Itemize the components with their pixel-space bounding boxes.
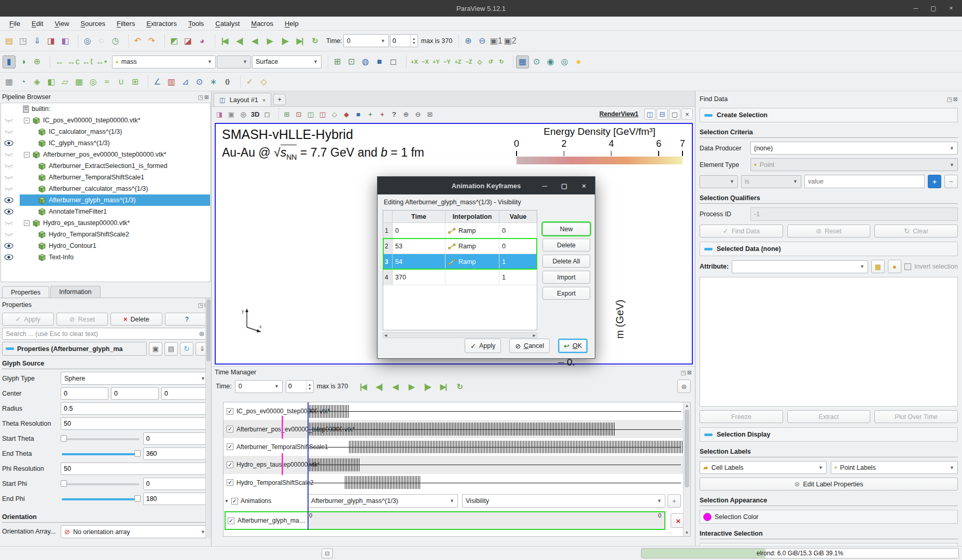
eye-open-icon[interactable]	[1, 254, 17, 260]
split-vertical-icon[interactable]: ⊟	[657, 108, 668, 120]
select-cells-on-icon[interactable]: ⊞	[281, 108, 292, 120]
tm-first-frame-button[interactable]: |◀	[356, 380, 369, 393]
tab-information[interactable]: Information	[50, 286, 101, 298]
panel-splitter[interactable]	[0, 282, 211, 286]
animation-track-row[interactable]: ✓ Afterburner_glyph_mass^(1/3) - Visibil…	[225, 511, 665, 530]
remove-criteria-button[interactable]: −	[944, 175, 958, 188]
help-button[interactable]: ?	[165, 313, 209, 326]
reset-defaults-icon[interactable]: ↻	[180, 342, 193, 356]
rotate-90-cw-icon[interactable]: ↻	[496, 56, 507, 67]
pipeline-item[interactable]: Text-Info	[1, 251, 210, 263]
play-button[interactable]: ▶	[263, 34, 276, 47]
delete-button[interactable]: ×Delete	[110, 313, 162, 326]
render-view-label[interactable]: RenderView1	[599, 110, 638, 118]
color-legend-toggle-icon[interactable]: ▮	[3, 55, 16, 68]
eye-closed-icon[interactable]	[1, 174, 17, 180]
interactive-select-points-icon[interactable]: +	[377, 108, 388, 120]
properties-group-header[interactable]: Properties (Afterburner_glyph_ma	[2, 342, 147, 356]
contour-filter-icon[interactable]: ◎	[87, 75, 100, 88]
eye-open-icon[interactable]	[1, 208, 17, 215]
time-combo[interactable]: 0▼	[343, 34, 389, 47]
animation-source-combo[interactable]: Afterburner_glyph_mass^(1/3) ▼	[308, 494, 458, 508]
timeline-track[interactable]: ✓Hydro_eps_taustep00000.vtk*	[224, 456, 683, 473]
eye-open-icon[interactable]	[1, 197, 17, 203]
delete-all-keyframe-button[interactable]: Delete All	[542, 255, 590, 268]
previous-frame-button[interactable]: ◀|	[233, 34, 246, 47]
attribute-combo[interactable]: ▼	[732, 260, 868, 273]
float-dock-icon[interactable]: ◳	[946, 96, 952, 103]
select-cells-on-icon[interactable]: ⊞	[331, 55, 344, 68]
copy-properties-icon[interactable]: ▣	[149, 342, 162, 356]
pipeline-item[interactable]: IC_calculator_mass^(1/3)	[1, 126, 210, 137]
next-frame-button[interactable]: |▶	[278, 34, 291, 47]
spinner-arrows[interactable]: ▲▼	[410, 35, 417, 47]
timeline-track[interactable]: ✓Afterburner_TemporalShiftScale1	[224, 438, 683, 456]
expander-icon[interactable]: −	[24, 118, 30, 123]
pipeline-item[interactable]: Afterburner_glyph_mass^(1/3)	[1, 194, 210, 206]
close-view-icon[interactable]: ×	[681, 108, 693, 120]
menu-filters[interactable]: Filters	[111, 18, 140, 29]
timeline-track[interactable]: ✓Afterburner_pos_ev00000_tstep00000.vtk*	[224, 420, 683, 438]
tracks-scrollbar[interactable]: ▲ ▼	[683, 402, 690, 536]
timeline-track[interactable]: ✓Hydro_TemporalShiftScale2	[224, 474, 683, 492]
track-checkbox[interactable]: ✓	[227, 443, 233, 450]
clip-filter-icon[interactable]: ◧	[45, 75, 58, 88]
end-theta-slider[interactable]	[61, 449, 141, 459]
first-frame-button[interactable]: |◀	[218, 34, 231, 47]
paste-properties-icon[interactable]: ▤	[164, 342, 178, 356]
data-producer-combo[interactable]: (none)▼	[750, 142, 958, 155]
scroll-down-icon[interactable]: ▼	[684, 530, 690, 535]
adjust-camera-icon[interactable]: ◎	[238, 108, 249, 120]
eye-closed-icon[interactable]	[1, 231, 17, 237]
zoom-out-camera-icon[interactable]: ⊖	[476, 34, 489, 47]
clear-selection-icon[interactable]: ⊠	[424, 108, 436, 120]
save-screenshot-icon[interactable]: ◨	[45, 34, 58, 47]
start-theta-field[interactable]	[143, 432, 209, 445]
criteria-value-input[interactable]	[804, 175, 925, 188]
save-state-icon[interactable]: ⇓	[31, 34, 44, 47]
plot-over-line-icon[interactable]: ⊿	[179, 75, 192, 88]
pipeline-item[interactable]: Afterburner_ExtractSelection1_is_formed	[1, 160, 210, 172]
orientation-array-combo[interactable]: ⊘ No orientation array ▼	[61, 525, 209, 538]
selected-data-section[interactable]: Selected Data (none)	[700, 242, 958, 256]
expander-icon[interactable]: −	[24, 220, 30, 226]
selection-color-row[interactable]: Selection Color	[700, 510, 958, 524]
center-z-field[interactable]	[161, 387, 209, 400]
select-cells-polygon-icon[interactable]: ◇	[329, 108, 340, 120]
eye-closed-icon[interactable]	[1, 129, 17, 135]
spinner-arrows[interactable]: ▲▼	[306, 381, 313, 393]
animation-track-checkbox[interactable]: ✓	[228, 517, 234, 524]
animation-keyframes-dialog[interactable]: Animation Keyframes ─▢× Editing Afterbur…	[377, 176, 595, 359]
choose-preset-icon[interactable]: ⊕	[31, 55, 44, 68]
pipeline-item[interactable]: IC_glyph_mass^(1/3)	[1, 137, 210, 149]
pipeline-item[interactable]: AnnotateTimeFilter1	[1, 206, 210, 217]
pipeline-item[interactable]: Afterburner_TemporalShiftScale1	[1, 172, 210, 183]
close-dock-icon[interactable]: ⊠	[204, 94, 209, 101]
animation-property-combo[interactable]: Visibility ▼	[462, 494, 665, 508]
view-minus-z-icon[interactable]: −Z	[464, 56, 474, 67]
center-x-field[interactable]	[61, 387, 108, 400]
extract-time-steps-icon[interactable]: ◔	[17, 75, 30, 88]
view-minus-x-icon[interactable]: −X	[420, 56, 430, 67]
float-dock-icon[interactable]: ◳	[198, 94, 203, 101]
track-checkbox[interactable]: ✓	[227, 461, 233, 468]
frame-spinner-input[interactable]	[391, 35, 410, 47]
new-keyframe-button[interactable]: New	[542, 222, 590, 235]
dialog-minimize-button[interactable]: ─	[537, 179, 552, 192]
menu-view[interactable]: View	[49, 18, 74, 29]
reset-button[interactable]: ⊘Reset	[57, 313, 108, 326]
close-button[interactable]: ×	[943, 2, 959, 15]
properties-scrollbar[interactable]	[205, 298, 211, 538]
eye-closed-icon[interactable]	[1, 186, 17, 192]
view-plus-x-icon[interactable]: +X	[409, 56, 420, 67]
end-theta-field[interactable]	[143, 447, 209, 460]
reset-camera-icon[interactable]: ⊙	[530, 55, 543, 68]
menu-edit[interactable]: Edit	[26, 18, 48, 29]
scrollbar-thumb[interactable]	[685, 410, 689, 487]
titlebar[interactable]: ParaView 5.12.1 ─▢×	[0, 0, 962, 17]
timeline-track[interactable]: ✓IC_pos_ev00000_tstep00000.vtk*	[224, 402, 683, 420]
close-tab-icon[interactable]: ×	[262, 97, 266, 103]
pipeline-item[interactable]: builtin:	[1, 103, 210, 115]
tm-play-backward-button[interactable]: ◀	[388, 380, 401, 393]
add-layout-tab-button[interactable]: +	[273, 94, 286, 105]
